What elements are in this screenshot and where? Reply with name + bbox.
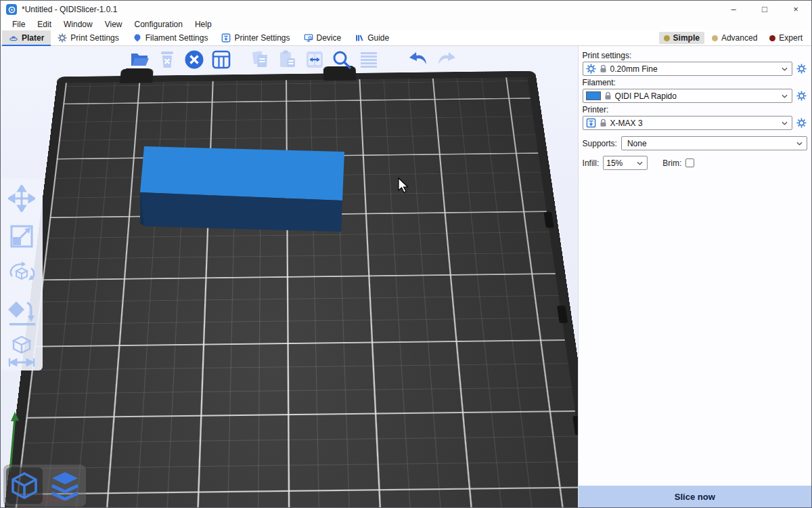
lock-icon (600, 64, 607, 73)
redo-icon (435, 51, 457, 68)
redo-button[interactable] (435, 48, 457, 71)
minimize-button[interactable]: – (718, 1, 749, 18)
delete-all-button[interactable] (183, 48, 205, 71)
bed-grid (1, 77, 578, 508)
plater-toolbar (129, 48, 457, 71)
paste-icon (278, 49, 297, 70)
brim-label: Brim: (662, 158, 681, 168)
gizmo-toolbar (1, 178, 43, 371)
split-button[interactable] (304, 48, 325, 71)
search-button[interactable] (331, 48, 353, 71)
mode-advanced[interactable]: Advanced (707, 32, 762, 44)
guide-books-icon (355, 33, 364, 43)
supports-dropdown[interactable]: None (621, 136, 807, 150)
tab-guide-label: Guide (367, 33, 389, 43)
chevron-down-icon (796, 142, 803, 146)
arrange-icon (211, 49, 231, 70)
gear-icon (796, 64, 807, 74)
bed-notch (543, 212, 554, 228)
tab-device[interactable]: Device (297, 30, 348, 45)
tab-device-label: Device (317, 33, 342, 43)
slice-now-button[interactable]: Slice now (579, 486, 811, 508)
arrange-button[interactable] (210, 48, 232, 71)
tab-filament-settings-label: Filament Settings (145, 33, 208, 43)
advanced-dot-icon (712, 35, 718, 41)
variable-layer-height-button[interactable] (358, 48, 380, 71)
close-button[interactable]: × (780, 1, 811, 18)
mode-simple-label: Simple (673, 33, 700, 43)
rotate-icon (7, 260, 37, 289)
undo-button[interactable] (408, 48, 430, 71)
print-settings-gear-button[interactable] (795, 63, 807, 75)
bed-notch (557, 305, 568, 323)
place-on-face-icon (7, 297, 37, 327)
filament-icon (133, 33, 142, 43)
chevron-down-icon (782, 67, 788, 71)
print-settings-dropdown[interactable]: 0.20mm Fine (583, 62, 792, 76)
tab-printer-settings-label: Printer Settings (234, 33, 290, 43)
tab-guide[interactable]: Guide (348, 30, 396, 45)
app-logo-icon (6, 4, 17, 15)
filament-dropdown[interactable]: QIDI PLA Rapido (583, 89, 792, 103)
window-controls: – □ × (718, 1, 811, 18)
mode-simple[interactable]: Simple (659, 32, 704, 44)
undo-icon (408, 51, 430, 68)
measure-tool-button[interactable] (6, 335, 37, 365)
settings-panel: Print settings: 0.20mm Fine Filament: QI… (578, 46, 811, 508)
supports-label: Supports: (583, 139, 617, 148)
brim-checkbox[interactable] (685, 158, 694, 167)
window-title: *Untitled - QIDISlicer-1.0.1 (22, 5, 117, 14)
3d-viewport[interactable] (1, 46, 578, 508)
scale-tool-button[interactable] (6, 221, 37, 251)
infill-dropdown[interactable]: 15% (603, 156, 648, 170)
measure-icon (7, 334, 37, 366)
delete-all-icon (184, 49, 204, 70)
mode-expert[interactable]: Expert (765, 32, 807, 44)
open-button[interactable] (129, 48, 151, 71)
printer-gear-button[interactable] (795, 117, 807, 129)
supports-value: None (625, 139, 793, 148)
menu-file[interactable]: File (6, 20, 31, 29)
tab-print-settings-label: Print Settings (70, 33, 118, 43)
place-on-face-tool-button[interactable] (6, 297, 37, 327)
scale-icon (8, 223, 35, 250)
print-bed[interactable] (1, 71, 578, 508)
editor-3d-icon (9, 471, 39, 501)
tab-plater[interactable]: Plater (2, 30, 51, 45)
variable-layer-height-icon (359, 50, 378, 69)
copy-button[interactable] (250, 48, 271, 71)
lock-icon (600, 119, 607, 127)
preview-layers-view-button[interactable] (47, 467, 83, 504)
filament-value: QIDI PLA Rapido (615, 91, 778, 101)
tab-plater-label: Plater (22, 33, 44, 43)
expert-dot-icon (769, 35, 775, 41)
tab-bar: Plater Print Settings Filament Settings … (1, 30, 811, 46)
menu-edit[interactable]: Edit (31, 20, 58, 29)
tab-filament-settings[interactable]: Filament Settings (126, 30, 215, 45)
maximize-button[interactable]: □ (749, 1, 780, 18)
tab-printer-settings[interactable]: Printer Settings (215, 30, 296, 45)
paste-button[interactable] (277, 48, 298, 71)
menu-bar: File Edit Window View Configuration Help (1, 18, 811, 30)
move-tool-button[interactable] (6, 184, 37, 213)
menu-configuration[interactable]: Configuration (129, 20, 189, 29)
rotate-tool-button[interactable] (6, 259, 37, 289)
app-window: *Untitled - QIDISlicer-1.0.1 – □ × File … (0, 0, 812, 508)
open-folder-icon (130, 51, 150, 68)
printer-icon (221, 33, 231, 43)
delete-button[interactable] (156, 48, 178, 71)
menu-help[interactable]: Help (189, 20, 218, 29)
printer-dropdown[interactable]: X-MAX 3 (583, 116, 792, 130)
split-icon (304, 49, 325, 70)
menu-window[interactable]: Window (58, 20, 99, 29)
menu-view[interactable]: View (99, 20, 129, 29)
filament-gear-button[interactable] (795, 90, 807, 102)
editor-3d-view-button[interactable] (6, 467, 43, 504)
simple-dot-icon (664, 35, 670, 41)
infill-value: 15% (606, 158, 633, 168)
filament-color-swatch (586, 91, 601, 100)
preview-layers-icon (49, 471, 81, 501)
chevron-down-icon (782, 94, 788, 98)
tab-print-settings[interactable]: Print Settings (51, 30, 125, 45)
infill-label: Infill: (583, 158, 600, 168)
